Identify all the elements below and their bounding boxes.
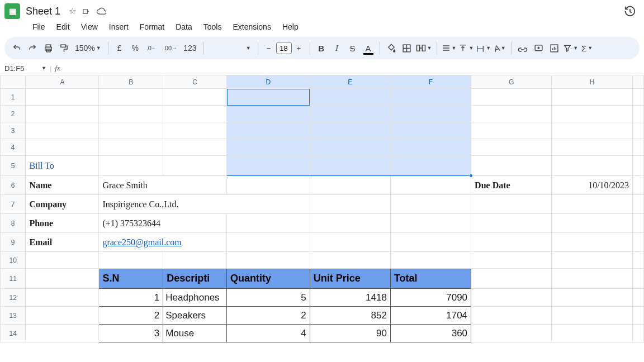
- percent-button[interactable]: %: [129, 40, 142, 56]
- table-row[interactable]: 3: [99, 325, 163, 342]
- table-row[interactable]: Headphones: [163, 289, 227, 307]
- menu-insert[interactable]: Insert: [105, 20, 133, 34]
- value-email[interactable]: grace250@gmail.com: [99, 233, 227, 252]
- menu-extensions[interactable]: Extensions: [228, 20, 275, 34]
- label-phone[interactable]: Phone: [26, 214, 99, 233]
- cloud-status-icon[interactable]: [96, 7, 106, 15]
- table-row[interactable]: 1418: [310, 289, 390, 307]
- history-icon[interactable]: [624, 5, 636, 17]
- col-F[interactable]: F: [390, 75, 471, 89]
- fill-color-button[interactable]: [385, 40, 398, 56]
- vertical-align-button[interactable]: ▼: [458, 40, 473, 56]
- row-4[interactable]: 4: [1, 139, 26, 156]
- text-color-button[interactable]: A: [362, 40, 375, 56]
- cell-bill-to[interactable]: Bill To: [26, 156, 99, 176]
- print-button[interactable]: [41, 40, 55, 56]
- col-E[interactable]: E: [310, 75, 390, 89]
- th-total[interactable]: Total: [390, 269, 471, 289]
- row-10[interactable]: 10: [1, 252, 26, 269]
- zoom-dropdown[interactable]: 150%▼: [73, 40, 103, 56]
- col-A[interactable]: A: [26, 75, 99, 89]
- col-B[interactable]: B: [99, 75, 163, 89]
- menu-help[interactable]: Help: [278, 20, 303, 34]
- spreadsheet-grid[interactable]: A B C D E F G H 1 2 3 4 5 Bill To 6 Name…: [0, 75, 644, 342]
- row-2[interactable]: 2: [1, 106, 26, 122]
- label-email[interactable]: Email: [26, 233, 99, 252]
- undo-button[interactable]: [10, 40, 23, 56]
- col-H[interactable]: H: [552, 75, 633, 89]
- row-1[interactable]: 1: [1, 89, 26, 106]
- horizontal-align-button[interactable]: ▼: [442, 40, 457, 56]
- text-wrap-button[interactable]: ▼: [476, 40, 491, 56]
- star-icon[interactable]: ☆: [67, 6, 77, 16]
- table-row[interactable]: 90: [310, 325, 390, 342]
- cell-D1[interactable]: [227, 89, 310, 106]
- insert-chart-button[interactable]: [547, 40, 561, 56]
- menu-data[interactable]: Data: [171, 20, 197, 34]
- col-G[interactable]: G: [471, 75, 552, 89]
- table-row[interactable]: 4: [227, 325, 310, 342]
- th-price[interactable]: Unit Price: [310, 269, 390, 289]
- font-size-minus[interactable]: −: [263, 44, 275, 53]
- font-size-plus[interactable]: +: [293, 44, 305, 53]
- row-8[interactable]: 8: [1, 214, 26, 233]
- increase-decimal-button[interactable]: .00→: [161, 40, 179, 56]
- name-box[interactable]: D1:F5: [2, 64, 37, 73]
- table-row[interactable]: 1: [99, 289, 163, 307]
- insert-link-button[interactable]: [516, 40, 529, 56]
- bold-button[interactable]: B: [315, 40, 328, 56]
- table-row[interactable]: Mouse: [163, 325, 227, 342]
- name-box-dropdown-icon[interactable]: ▼: [41, 65, 46, 71]
- row-14[interactable]: 14: [1, 325, 26, 342]
- decrease-decimal-button[interactable]: .0←: [144, 40, 159, 56]
- table-row[interactable]: Speakers: [163, 307, 227, 325]
- th-qty[interactable]: Quantity: [227, 269, 310, 289]
- filter-button[interactable]: ▼: [563, 40, 578, 56]
- currency-button[interactable]: £: [113, 40, 126, 56]
- menu-tools[interactable]: Tools: [199, 20, 226, 34]
- label-company[interactable]: Company: [26, 195, 99, 214]
- table-row[interactable]: 852: [310, 307, 390, 325]
- table-row[interactable]: 2: [99, 307, 163, 325]
- th-sn[interactable]: S.N: [99, 269, 163, 289]
- th-desc[interactable]: Descripti: [163, 269, 227, 289]
- table-row[interactable]: 360: [390, 325, 471, 342]
- row-7[interactable]: 7: [1, 195, 26, 214]
- row-12[interactable]: 12: [1, 289, 26, 307]
- col-C[interactable]: C: [163, 75, 227, 89]
- paint-format-button[interactable]: [57, 40, 70, 56]
- row-9[interactable]: 9: [1, 233, 26, 252]
- font-dropdown[interactable]: ▼: [209, 40, 253, 56]
- value-company[interactable]: Inspirigence Co.,Ltd.: [99, 195, 310, 214]
- redo-button[interactable]: [26, 40, 39, 56]
- italic-button[interactable]: I: [330, 40, 344, 56]
- column-headers[interactable]: A B C D E F G H: [1, 75, 644, 89]
- row-3[interactable]: 3: [1, 122, 26, 139]
- table-row[interactable]: 1704: [390, 307, 471, 325]
- more-formats-button[interactable]: 123: [181, 40, 198, 56]
- row-6[interactable]: 6: [1, 176, 26, 195]
- value-phone[interactable]: (+1) 375323644: [99, 214, 227, 233]
- menu-format[interactable]: Format: [135, 20, 169, 34]
- row-5[interactable]: 5: [1, 156, 26, 176]
- label-name[interactable]: Name: [26, 176, 99, 195]
- menu-file[interactable]: File: [28, 20, 50, 34]
- functions-button[interactable]: Σ▼: [580, 40, 594, 56]
- borders-button[interactable]: [400, 40, 414, 56]
- table-row[interactable]: 2: [227, 307, 310, 325]
- select-all-corner[interactable]: [1, 75, 26, 89]
- move-icon[interactable]: [82, 7, 92, 16]
- value-name[interactable]: Grace Smith: [99, 176, 227, 195]
- label-due-date[interactable]: Due Date: [471, 176, 552, 195]
- table-row[interactable]: 7090: [390, 289, 471, 307]
- row-13[interactable]: 13: [1, 307, 26, 325]
- menu-view[interactable]: View: [77, 20, 102, 34]
- merge-cells-button[interactable]: ▼: [416, 40, 432, 56]
- col-D[interactable]: D: [227, 75, 310, 89]
- insert-comment-button[interactable]: [532, 40, 545, 56]
- font-size-input[interactable]: [276, 42, 292, 54]
- strikethrough-button[interactable]: S: [346, 40, 359, 56]
- value-due-date[interactable]: 10/10/2023: [552, 176, 633, 195]
- email-link[interactable]: grace250@gmail.com: [102, 237, 181, 247]
- table-row[interactable]: 5: [227, 289, 310, 307]
